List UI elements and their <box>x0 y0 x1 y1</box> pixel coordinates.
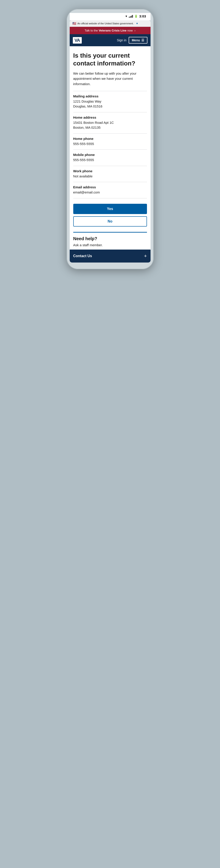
signal-bars-icon <box>129 15 133 18</box>
mobile-phone-section: Mobile phone 555-555-5555 <box>73 150 147 166</box>
home-address-section: Home address 15431 Boston Road Apt 1CBos… <box>73 113 147 134</box>
email-label: Email address <box>73 185 147 189</box>
email-section: Email address email@email.com <box>73 182 147 198</box>
mailing-address-section: Mailing address 1221 Douglas WayDouglas,… <box>73 91 147 113</box>
work-phone-value: Not available <box>73 174 147 179</box>
main-content: Is this your current contact information… <box>70 46 151 250</box>
crisis-banner-bold: Veterans Crisis Line <box>99 29 126 32</box>
menu-button[interactable]: Menu ☰ <box>129 37 148 43</box>
page-description: We can better follow up with you after y… <box>73 71 147 87</box>
mailing-address-value: 1221 Douglas WayDouglas, MA 01516 <box>73 99 147 109</box>
contact-us-plus-icon: + <box>144 253 147 259</box>
nav-right: Sign in Menu ☰ <box>117 37 147 43</box>
work-phone-section: Work phone Not available <box>73 166 147 182</box>
phone-frame: ▼ 🔋 3:03 🇺🇸 An official website of the U… <box>67 9 154 269</box>
need-help-text: Ask a staff member. <box>73 243 147 247</box>
contact-us-label: Contact Us <box>73 254 92 258</box>
page-title: Is this your current contact information… <box>73 52 147 67</box>
battery-icon: 🔋 <box>134 14 138 18</box>
nav-bar: VA Sign in Menu ☰ <box>70 34 151 46</box>
home-phone-label: Home phone <box>73 137 147 141</box>
gov-banner-expand-icon[interactable]: ▼ <box>136 22 138 25</box>
crisis-banner-arrow-icon: › <box>134 29 135 32</box>
home-address-value: 15431 Boston Road Apt 1CBoston, MA 02135 <box>73 120 147 130</box>
wifi-icon: ▼ <box>125 15 128 18</box>
va-logo: VA <box>73 37 82 43</box>
status-right: ▼ 🔋 3:03 <box>125 14 146 18</box>
crisis-banner[interactable]: Talk to the Veterans Crisis Line now › <box>70 27 151 34</box>
contact-us-bar[interactable]: Contact Us + <box>70 250 151 262</box>
menu-hamburger-icon: ☰ <box>142 38 144 42</box>
crisis-banner-suffix: now <box>127 29 133 32</box>
gov-banner-text: An official website of the United States… <box>77 22 134 25</box>
mailing-address-label: Mailing address <box>73 94 147 98</box>
sign-in-button[interactable]: Sign in <box>117 38 126 42</box>
work-phone-label: Work phone <box>73 169 147 173</box>
flag-icon: 🇺🇸 <box>72 22 76 25</box>
yes-button[interactable]: Yes <box>73 204 147 214</box>
status-bar: ▼ 🔋 3:03 <box>70 13 151 20</box>
status-time: 3:03 <box>139 14 146 18</box>
va-logo-text: VA <box>73 37 82 43</box>
mobile-phone-value: 555-555-5555 <box>73 157 147 163</box>
home-phone-section: Home phone 555-555-5555 <box>73 134 147 150</box>
home-address-label: Home address <box>73 116 147 119</box>
gov-banner[interactable]: 🇺🇸 An official website of the United Sta… <box>70 20 151 27</box>
mobile-phone-label: Mobile phone <box>73 153 147 157</box>
no-button[interactable]: No <box>73 216 147 226</box>
home-phone-value: 555-555-5555 <box>73 142 147 147</box>
need-help-section: Need help? Ask a staff member. <box>73 232 147 250</box>
email-value: email@email.com <box>73 190 147 195</box>
need-help-title: Need help? <box>73 236 147 241</box>
phone-screen: 🇺🇸 An official website of the United Sta… <box>70 20 151 262</box>
crisis-banner-prefix: Talk to the <box>85 29 98 32</box>
